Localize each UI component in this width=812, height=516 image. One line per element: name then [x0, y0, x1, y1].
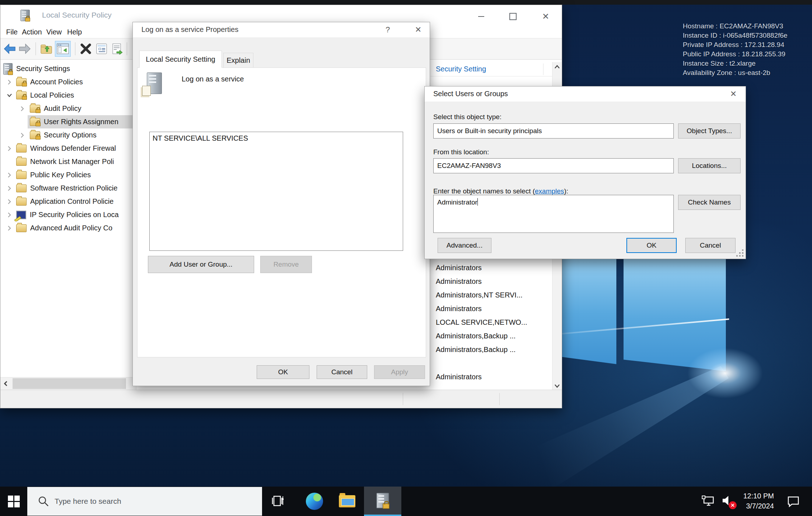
list-row[interactable] [430, 356, 552, 370]
wallpaper-glow [671, 337, 779, 409]
help-icon[interactable]: ? [381, 24, 395, 36]
export-folder-icon[interactable] [40, 42, 53, 55]
task-view-button[interactable] [266, 487, 290, 516]
tree-item-network-list-manager[interactable]: Network List Manager Poli [0, 155, 137, 168]
list-row[interactable]: Administrators [430, 275, 552, 288]
folder-icon [16, 184, 27, 192]
back-icon[interactable] [3, 42, 16, 55]
menu-view[interactable]: View [46, 26, 62, 38]
list-header[interactable]: Security Setting [430, 62, 552, 76]
list-row[interactable]: LOCAL SERVICE,NETWO... [430, 315, 552, 329]
dialog-title: Log on as a service Properties [141, 25, 238, 34]
chevron-right-icon[interactable] [6, 172, 13, 178]
close-icon[interactable]: ✕ [726, 88, 741, 100]
chevron-down-icon[interactable] [6, 92, 13, 99]
scroll-up-icon[interactable] [552, 62, 561, 71]
ok-button[interactable]: OK [626, 238, 677, 253]
apply-button[interactable]: Apply [374, 365, 425, 379]
close-button[interactable]: ✕ [537, 10, 554, 23]
chevron-right-icon[interactable] [6, 225, 13, 231]
folder-icon [16, 198, 27, 206]
forward-icon[interactable] [18, 42, 31, 55]
resize-grip[interactable] [742, 255, 743, 257]
minimize-button[interactable] [473, 10, 489, 23]
start-button[interactable] [0, 487, 27, 516]
chevron-right-icon[interactable] [6, 145, 13, 152]
ipsec-icon [16, 211, 26, 219]
list-row[interactable]: Administrators [430, 302, 552, 315]
folder-icon [16, 171, 27, 179]
column-security-setting[interactable]: Security Setting [436, 65, 486, 73]
action-center-button[interactable] [783, 487, 803, 516]
list-row[interactable]: Administrators,Backup ... [430, 329, 552, 343]
show-console-tree-icon[interactable] [55, 41, 71, 57]
chevron-right-icon[interactable] [19, 105, 25, 112]
check-names-button[interactable]: Check Names [678, 195, 741, 210]
add-user-or-group-button[interactable]: Add User or Group... [148, 256, 254, 273]
windows-logo-icon [8, 496, 20, 507]
list-row[interactable]: Administrators,Backup ... [430, 343, 552, 356]
tree-item-advanced-audit-policy[interactable]: Advanced Audit Policy Co [0, 221, 137, 235]
menu-help[interactable]: Help [67, 26, 82, 38]
tab-explain[interactable]: Explain [223, 53, 253, 68]
members-listbox[interactable]: NT SERVICE\ALL SERVICES [149, 132, 403, 251]
tab-local-security-setting[interactable]: Local Security Setting [139, 51, 222, 68]
ec2-instance-id: Instance ID : i-065a48f5730882f6e [683, 31, 788, 40]
network-tray-button[interactable] [700, 487, 717, 516]
member-item[interactable]: NT SERVICE\ALL SERVICES [150, 132, 403, 145]
tree-item-windows-defender-firewall[interactable]: Windows Defender Firewal [0, 142, 137, 155]
delete-icon[interactable] [79, 42, 92, 55]
chevron-right-icon[interactable] [6, 198, 13, 205]
properties-icon[interactable] [95, 42, 108, 55]
maximize-button[interactable] [505, 10, 521, 23]
tree-item-public-key-policies[interactable]: Public Key Policies [0, 168, 137, 182]
location-field[interactable]: EC2AMAZ-FAN98V3 [433, 158, 674, 173]
local-security-policy-taskbar-button[interactable] [364, 487, 401, 516]
examples-link[interactable]: examples [535, 187, 564, 195]
ec2-private-ip: Private IP Address : 172.31.28.94 [683, 40, 788, 50]
list-row[interactable]: Administrators [430, 261, 552, 275]
search-box[interactable]: Type here to search [27, 487, 262, 516]
scroll-left-icon[interactable] [0, 377, 11, 390]
export-list-icon[interactable] [111, 42, 124, 55]
locations-button[interactable]: Locations... [678, 158, 741, 173]
folder-lock-icon [30, 105, 40, 113]
object-names-label: Enter the object names to select (exampl… [433, 187, 568, 195]
tree-item-user-rights-assignment[interactable]: User Rights Assignmen [0, 115, 137, 128]
ec2-availability-zone: Availability Zone : us-east-2b [683, 68, 788, 78]
list-row[interactable]: Administrators [430, 370, 552, 384]
select-users-or-groups-dialog: Select Users or Groups ✕ Select this obj… [424, 86, 746, 259]
tree-item-security-options[interactable]: Security Options [0, 128, 137, 142]
tree-item-software-restriction[interactable]: Software Restriction Policie [0, 182, 137, 195]
file-explorer-button[interactable] [335, 487, 359, 516]
advanced-button[interactable]: Advanced... [438, 238, 491, 253]
object-names-input[interactable]: Administrator [433, 195, 674, 233]
chevron-right-icon[interactable] [19, 132, 25, 139]
object-types-button[interactable]: Object Types... [678, 123, 741, 139]
tree-item-account-policies[interactable]: Account Policies [0, 75, 137, 89]
tree-item-application-control[interactable]: Application Control Policie [0, 195, 137, 208]
tree-item-audit-policy[interactable]: Audit Policy [0, 102, 137, 115]
scrollbar-thumb[interactable] [13, 378, 126, 389]
dialog-title: Select Users or Groups [433, 90, 508, 98]
close-icon[interactable]: ✕ [411, 24, 425, 36]
list-row[interactable]: Administrators,NT SERVI... [430, 288, 552, 302]
ok-button[interactable]: OK [257, 365, 309, 379]
tree-item-security-settings[interactable]: Security Settings [0, 62, 137, 75]
cancel-button[interactable]: Cancel [317, 365, 367, 379]
chevron-right-icon[interactable] [6, 79, 13, 85]
edge-button[interactable] [301, 487, 328, 516]
menu-action[interactable]: Action [22, 26, 42, 38]
ec2-public-ip: Public IP Address : 18.218.255.39 [683, 50, 788, 59]
chevron-right-icon[interactable] [6, 212, 13, 218]
clock[interactable]: 12:10 PM 3/7/2024 [734, 491, 774, 511]
object-type-field[interactable]: Users or Built-in security principals [433, 123, 674, 139]
remove-button[interactable]: Remove [260, 256, 312, 273]
tree-item-ip-security-policies[interactable]: IP Security Policies on Loca [0, 208, 137, 221]
tree-item-local-policies[interactable]: Local Policies [0, 89, 137, 102]
menu-file[interactable]: File [6, 26, 18, 38]
tree-horizontal-scrollbar[interactable] [0, 377, 137, 390]
top-strip [0, 0, 812, 5]
chevron-right-icon[interactable] [6, 185, 13, 192]
cancel-button[interactable]: Cancel [685, 238, 736, 253]
